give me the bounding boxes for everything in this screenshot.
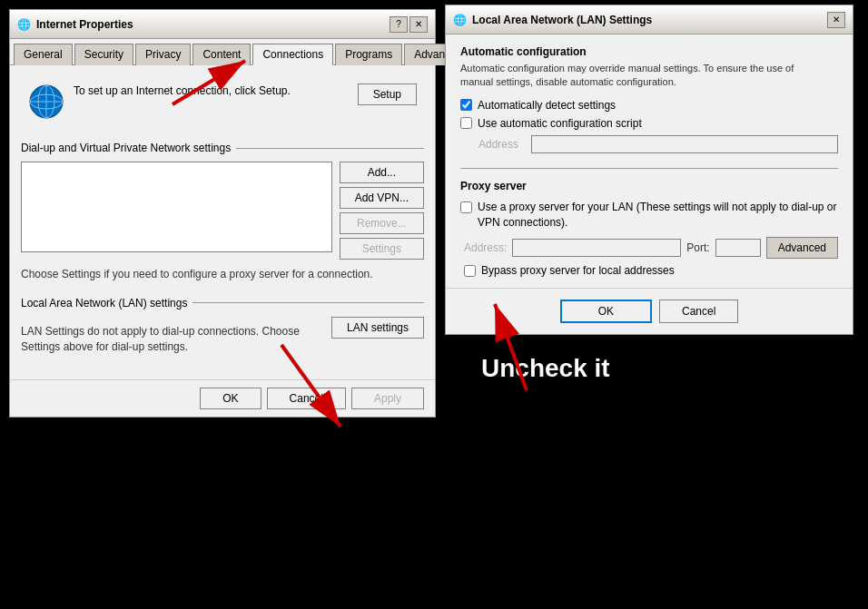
proxy-address-row: Address: Port: 80 Advanced (460, 237, 838, 259)
bypass-row: Bypass proxy server for local addresses (460, 264, 838, 277)
dialup-buttons: Add... Add VPN... Remove... Settings (340, 162, 424, 260)
lan-section-divider (192, 302, 424, 303)
help-button[interactable]: ? (390, 16, 408, 33)
auto-script-row: Use automatic configuration script (460, 117, 838, 130)
port-input[interactable]: 80 (715, 239, 761, 257)
auto-config-title: Automatic configuration (460, 45, 838, 58)
title-bar-buttons: ? ✕ (390, 16, 428, 33)
port-label: Port: (686, 241, 709, 254)
advanced-button[interactable]: Advanced (766, 237, 838, 259)
proxy-section: Proxy server Use a proxy server for your… (460, 180, 838, 278)
lan-section-title: Local Area Network (LAN) settings (21, 297, 424, 309)
bypass-checkbox[interactable] (464, 265, 476, 277)
title-bar-left: 🌐 Internet Properties (17, 18, 133, 31)
tab-programs[interactable]: Programs (335, 44, 402, 65)
auto-detect-row: Automatically detect settings (460, 99, 838, 112)
add-button[interactable]: Add... (340, 162, 424, 183)
dialup-section: Dial-up and Virtual Private Network sett… (21, 142, 424, 282)
globe-icon (28, 83, 64, 120)
close-button[interactable]: ✕ (409, 16, 428, 33)
tab-connections[interactable]: Connections (252, 44, 333, 65)
lan-two-col: LAN Settings do not apply to dial-up con… (21, 317, 424, 355)
divider (460, 168, 838, 169)
tab-bar: General Security Privacy Content Connect… (10, 39, 435, 65)
auto-detect-label: Automatically detect settings (478, 99, 616, 112)
setup-area: To set up an Internet connection, click … (21, 76, 424, 127)
lan-title-bar: 🌐 Local Area Network (LAN) Settings ✕ (446, 5, 853, 34)
internet-props-title: Internet Properties (36, 18, 133, 31)
lan-content: Automatic configuration Automatic config… (446, 34, 853, 288)
proxy-address-label: Address: (464, 241, 507, 254)
lan-cancel-button[interactable]: Cancel (659, 300, 738, 323)
ok-button[interactable]: OK (200, 388, 261, 409)
apply-button[interactable]: Apply (351, 388, 424, 409)
dialup-left (21, 162, 332, 260)
use-proxy-row: Use a proxy server for your LAN (These s… (460, 200, 838, 231)
auto-config-address-row: Address (460, 135, 838, 153)
auto-script-checkbox[interactable] (460, 117, 472, 129)
setup-button[interactable]: Setup (358, 83, 417, 105)
lan-close-button[interactable]: ✕ (827, 12, 845, 28)
use-proxy-checkbox[interactable] (460, 201, 472, 213)
dialup-two-col: Add... Add VPN... Remove... Settings (21, 162, 424, 260)
lan-ok-button[interactable]: OK (560, 300, 652, 323)
lan-desc: LAN Settings do not apply to dial-up con… (21, 324, 324, 355)
lan-left: LAN Settings do not apply to dial-up con… (21, 317, 324, 355)
internet-props-icon: 🌐 (17, 18, 31, 31)
lan-settings-button[interactable]: LAN settings (331, 317, 424, 339)
auto-script-label: Use automatic configuration script (478, 117, 642, 130)
auto-config-address-input[interactable] (531, 135, 838, 153)
internet-props-footer: OK Cancel Apply (10, 379, 435, 417)
auto-config-section: Automatic configuration Automatic config… (460, 45, 838, 153)
lan-settings-dialog: 🌐 Local Area Network (LAN) Settings ✕ Au… (445, 5, 853, 335)
address-label: Address (478, 138, 524, 151)
tab-security[interactable]: Security (74, 44, 133, 65)
internet-props-title-bar: 🌐 Internet Properties ? ✕ (10, 10, 435, 39)
lan-title-left: 🌐 Local Area Network (LAN) Settings (453, 14, 652, 26)
lan-title: Local Area Network (LAN) Settings (472, 14, 652, 26)
internet-properties-dialog: 🌐 Internet Properties ? ✕ General Securi… (9, 9, 436, 417)
lan-right: LAN settings (331, 317, 424, 355)
setup-description: To set up an Internet connection, click … (74, 83, 349, 99)
auto-config-desc: Automatic configuration may override man… (460, 62, 838, 90)
proxy-help-text: Choose Settings if you need to configure… (21, 267, 424, 282)
tab-content[interactable]: Content (192, 44, 251, 65)
tab-privacy[interactable]: Privacy (135, 44, 191, 65)
section-divider (236, 148, 424, 149)
lan-section: Local Area Network (LAN) settings LAN Se… (21, 297, 424, 355)
proxy-title: Proxy server (460, 180, 838, 192)
lan-title-buttons: ✕ (827, 12, 845, 28)
dialup-section-title: Dial-up and Virtual Private Network sett… (21, 142, 424, 154)
connections-content: To set up an Internet connection, click … (10, 65, 435, 379)
lan-footer: OK Cancel (446, 288, 853, 334)
proxy-address-input[interactable] (512, 239, 681, 257)
bypass-label: Bypass proxy server for local addresses (481, 264, 675, 277)
cancel-button[interactable]: Cancel (267, 388, 346, 409)
settings-button[interactable]: Settings (340, 238, 424, 260)
lan-icon: 🌐 (453, 14, 467, 26)
remove-button[interactable]: Remove... (340, 212, 424, 234)
vpn-list[interactable] (21, 162, 332, 252)
add-vpn-button[interactable]: Add VPN... (340, 187, 424, 209)
use-proxy-label: Use a proxy server for your LAN (These s… (478, 200, 838, 231)
uncheck-annotation: Uncheck it (481, 354, 610, 383)
auto-detect-checkbox[interactable] (460, 99, 472, 111)
tab-general[interactable]: General (14, 44, 73, 65)
